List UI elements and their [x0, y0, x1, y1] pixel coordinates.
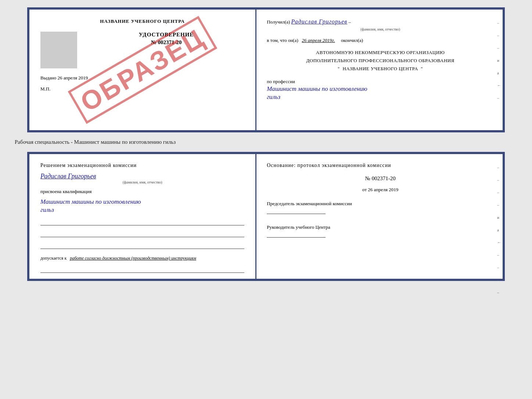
chairman-signature-line: [267, 214, 326, 214]
side-mark-4: –: [497, 96, 501, 100]
rukov-block: Руководитель учебного Центра: [267, 224, 494, 238]
issued-date-value: 26 апреля 2019: [58, 75, 88, 81]
mp-label: М.П.: [40, 86, 244, 92]
rukov-signature-line: [267, 237, 326, 238]
side-mark-1: –: [497, 21, 501, 25]
org-quote-open: ": [338, 66, 340, 71]
side-marks-bottom: – – – – и а ← – – – –: [497, 165, 501, 295]
dash-top: –: [349, 19, 351, 25]
separator-label: Рабочая специальность - Машинист машины …: [15, 139, 176, 145]
qual-value-line2: гильз: [40, 206, 244, 214]
qual-block: Машинист машины по изготовлению гильз: [40, 197, 244, 214]
side-mark-i: и: [497, 58, 501, 63]
date-line: в том, что он(а) 26 апреля 2019г. окончи…: [267, 38, 494, 43]
side-b-8: –: [497, 290, 501, 295]
underline-4: [40, 266, 244, 273]
dopusk-label: допускается к: [40, 256, 66, 261]
underline-3: [40, 242, 244, 249]
dopusk-italic: работе согласно должностным (производств…: [70, 256, 196, 261]
school-name-right: НАЗВАНИЕ УЧЕБНОГО ЦЕНТРА: [342, 66, 418, 71]
poluchil-label: Получил(а): [267, 19, 290, 25]
side-b-4: –: [497, 203, 501, 207]
org-line2: ДОПОЛНИТЕЛЬНОГО ПРОФЕССИОНАЛЬНОГО ОБРАЗО…: [306, 58, 454, 63]
protocol-date-value: 26 апреля 2019: [368, 187, 398, 192]
recipient-line: Получил(а) Радислав Григорьев – (фамилия…: [267, 17, 494, 32]
top-doc-right: Получил(а) Радислав Григорьев – (фамилия…: [256, 10, 503, 130]
side-mark-a: а: [497, 71, 501, 75]
side-b-a: а: [497, 228, 501, 232]
bottom-person-block: Радислав Григорьев (фамилия, имя, отчест…: [40, 172, 244, 184]
chairman-title: Председатель экзаменационной комиссии: [267, 201, 352, 206]
v-tom-label: в том, что он(а): [267, 38, 298, 43]
cert-title: УДОСТОВЕРЕНИЕ: [88, 32, 244, 38]
side-b-5: –: [497, 253, 501, 257]
commission-title: Решением экзаменационной комиссии: [40, 161, 244, 170]
profession-block: по профессии Машинист машины по изготовл…: [267, 79, 494, 101]
dopusk-text: допускается к работе согласно должностны…: [40, 256, 244, 261]
okonchil-label: окончил(а): [341, 38, 363, 43]
protocol-date-prefix: от: [362, 187, 367, 192]
side-b-2: –: [497, 178, 501, 182]
cert-title-block: УДОСТОВЕРЕНИЕ № 002371-20: [88, 32, 244, 46]
issued-date: Выдано 26 апреля 2019: [40, 75, 244, 81]
org-quote-close: ": [421, 66, 423, 71]
issued-label: Выдано: [40, 75, 56, 81]
protocol-date: от 26 апреля 2019: [267, 187, 494, 193]
org-block: АВТОНОМНУЮ НЕКОММЕРЧЕСКУЮ ОРГАНИЗАЦИЮ ДО…: [267, 49, 494, 73]
bottom-document: Решением экзаменационной комиссии Радисл…: [27, 152, 505, 281]
top-document: НАЗВАНИЕ УЧЕБНОГО ЦЕНТРА УДОСТОВЕРЕНИЕ №…: [27, 7, 505, 132]
bottom-name-sub: (фамилия, имя, отчество): [40, 180, 244, 184]
side-b-7: –: [497, 278, 501, 282]
underline-1: [40, 218, 244, 225]
recipient-name: Радислав Григорьев: [291, 18, 348, 25]
top-doc-left: НАЗВАНИЕ УЧЕБНОГО ЦЕНТРА УДОСТОВЕРЕНИЕ №…: [29, 10, 256, 130]
side-mark-3: –: [497, 46, 501, 50]
side-b-arrow: ←: [497, 240, 501, 245]
profession-value: Машинист машины по изготовлению: [267, 85, 494, 93]
school-name-left: НАЗВАНИЕ УЧЕБНОГО ЦЕНТРА: [40, 18, 244, 24]
logo-placeholder: [40, 32, 77, 68]
bottom-person-name: Радислав Григорьев: [40, 172, 96, 180]
side-marks-top: – – – и а ← –: [497, 21, 501, 100]
protocol-number: № 002371-20: [267, 175, 494, 182]
cert-number: № 002371-20: [88, 39, 244, 46]
osnov-title: Основание: протокол экзаменационной коми…: [267, 161, 494, 170]
po-professii-label: по профессии: [267, 79, 295, 84]
prisvoena-label: присвоена квалификация: [40, 189, 244, 195]
bottom-doc-left: Решением экзаменационной комиссии Радисл…: [29, 154, 256, 279]
profession-line2: гильз: [267, 93, 494, 101]
underline-2: [40, 230, 244, 237]
side-b-i: и: [497, 215, 501, 220]
side-mark-2: –: [497, 33, 501, 38]
side-b-1: –: [497, 165, 501, 170]
cert-date: 26 апреля 2019г.: [302, 38, 335, 43]
side-b-6: –: [497, 265, 501, 270]
qual-value-line1: Машинист машины по изготовлению: [40, 198, 244, 206]
side-b-3: –: [497, 190, 501, 195]
bottom-doc-right: Основание: протокол экзаменационной коми…: [256, 154, 503, 279]
recipient-sub: (фамилия, имя, отчество): [267, 26, 494, 32]
rukov-title: Руководитель учебного Центра: [267, 224, 330, 230]
side-mark-arrow: ←: [497, 83, 501, 88]
org-line1: АВТОНОМНУЮ НЕКОММЕРЧЕСКУЮ ОРГАНИЗАЦИЮ: [316, 50, 445, 55]
chairman-block: Председатель экзаменационной комиссии: [267, 200, 494, 214]
